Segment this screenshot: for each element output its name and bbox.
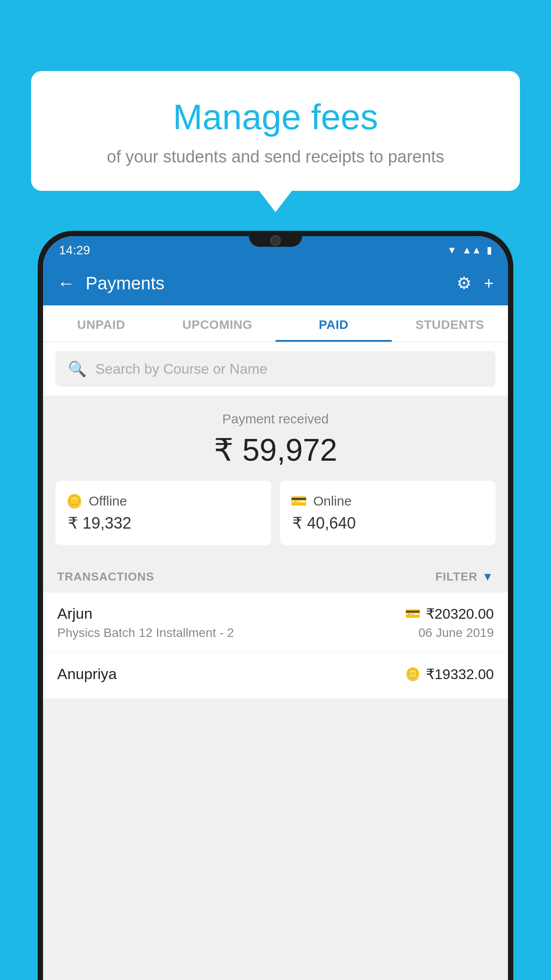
search-icon: 🔍	[68, 360, 87, 378]
transaction-card-icon-1: 💳	[405, 606, 421, 621]
filter-button[interactable]: FILTER ▼	[435, 570, 494, 584]
speech-bubble-container: Manage fees of your students and send re…	[31, 71, 520, 191]
search-placeholder: Search by Course or Name	[95, 361, 268, 377]
transactions-label: TRANSACTIONS	[57, 570, 154, 584]
tab-upcoming[interactable]: UPCOMING	[159, 305, 276, 342]
transaction-amount-1: ₹20320.00	[426, 605, 494, 622]
filter-label: FILTER	[435, 570, 477, 584]
search-box[interactable]: 🔍 Search by Course or Name	[55, 351, 496, 387]
battery-icon: ▮	[487, 245, 492, 256]
transactions-header: TRANSACTIONS FILTER ▼	[43, 557, 508, 593]
tabs-bar: UNPAID UPCOMING PAID STUDENTS	[43, 305, 508, 342]
payment-received-label: Payment received	[55, 411, 496, 427]
status-icons: ▼ ▲▲ ▮	[447, 245, 492, 256]
tab-unpaid[interactable]: UNPAID	[43, 305, 159, 342]
transaction-amount-row-1: 💳 ₹20320.00	[405, 605, 494, 622]
transaction-row-top-1: Arjun 💳 ₹20320.00	[57, 605, 494, 622]
back-button[interactable]: ←	[57, 274, 75, 292]
transaction-amount-row-2: 🪙 ₹19332.00	[405, 666, 494, 683]
offline-card-header: 🪙 Offline	[66, 493, 260, 509]
transaction-name-2: Anupriya	[57, 665, 117, 683]
online-icon: 💳	[291, 493, 307, 509]
transaction-name-1: Arjun	[57, 605, 92, 622]
app-title: Payments	[86, 273, 446, 293]
offline-amount: ₹ 19,332	[68, 514, 260, 533]
phone-camera	[270, 235, 281, 246]
transaction-cash-icon-2: 🪙	[405, 667, 421, 681]
offline-label: Offline	[89, 494, 127, 509]
search-container: 🔍 Search by Course or Name	[43, 342, 508, 395]
payment-summary: Payment received ₹ 59,972 🪙 Offline ₹ 19…	[43, 395, 508, 557]
payment-cards: 🪙 Offline ₹ 19,332 💳 Online ₹ 40,640	[55, 481, 496, 545]
phone-frame: 14:29 ▼ ▲▲ ▮ ← Payments ⚙ + UNPAID	[38, 231, 513, 980]
wifi-icon: ▼	[447, 245, 457, 256]
signal-icon: ▲▲	[462, 245, 481, 256]
filter-icon: ▼	[482, 570, 494, 584]
offline-icon: 🪙	[66, 493, 83, 509]
speech-bubble: Manage fees of your students and send re…	[31, 71, 520, 191]
transaction-desc-1: Physics Batch 12 Installment - 2	[57, 626, 234, 640]
status-time: 14:29	[59, 243, 90, 257]
phone-screen: 14:29 ▼ ▲▲ ▮ ← Payments ⚙ + UNPAID	[43, 236, 508, 980]
online-amount: ₹ 40,640	[292, 514, 485, 533]
tab-paid[interactable]: PAID	[276, 305, 392, 342]
transaction-amount-2: ₹19332.00	[426, 666, 494, 683]
bubble-subtitle: of your students and send receipts to pa…	[53, 147, 498, 166]
toolbar-icons: ⚙ +	[457, 273, 494, 293]
bubble-title: Manage fees	[53, 98, 498, 137]
app-bar: ← Payments ⚙ +	[43, 261, 508, 305]
online-card: 💳 Online ₹ 40,640	[280, 481, 496, 545]
transaction-row-bottom-1: Physics Batch 12 Installment - 2 06 June…	[57, 626, 494, 640]
offline-card: 🪙 Offline ₹ 19,332	[55, 481, 271, 545]
transaction-row-top-2: Anupriya 🪙 ₹19332.00	[57, 665, 494, 683]
online-card-header: 💳 Online	[291, 493, 485, 509]
settings-icon[interactable]: ⚙	[457, 273, 472, 293]
transaction-date-1: 06 June 2019	[418, 626, 494, 640]
add-icon[interactable]: +	[484, 274, 494, 293]
transaction-item-arjun[interactable]: Arjun 💳 ₹20320.00 Physics Batch 12 Insta…	[43, 593, 508, 653]
online-label: Online	[313, 494, 352, 509]
tab-students[interactable]: STUDENTS	[392, 305, 508, 342]
payment-amount: ₹ 59,972	[55, 432, 496, 468]
transaction-item-anupriya[interactable]: Anupriya 🪙 ₹19332.00	[43, 653, 508, 699]
